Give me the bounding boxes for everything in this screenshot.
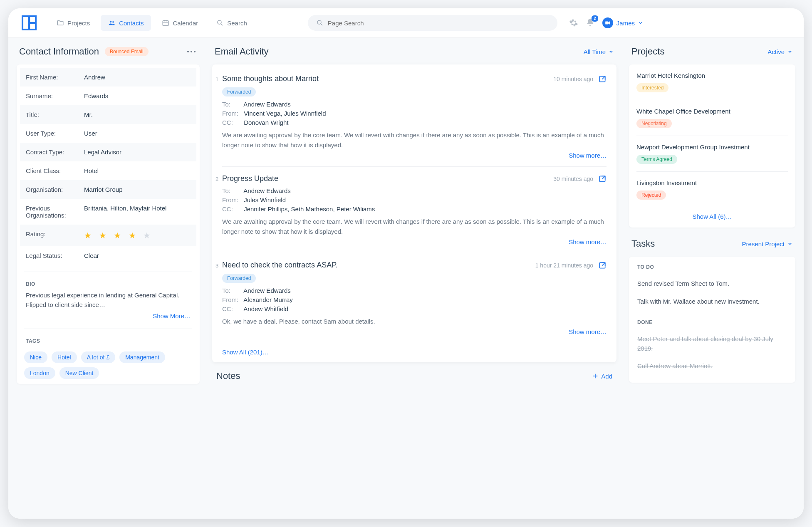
topbar-icons: 2 James xyxy=(569,17,643,28)
tags-section: TAGS xyxy=(20,336,196,350)
bio-show-more[interactable]: Show More… xyxy=(153,312,191,319)
task-item[interactable]: Send revised Term Sheet to Tom. xyxy=(637,275,787,293)
project-status-badge: Terms Agreed xyxy=(636,155,677,164)
email-card: 1 Some thoughts about Marriot 10 minutes… xyxy=(212,64,616,362)
email-filter-dropdown[interactable]: All Time xyxy=(584,48,614,55)
field-surname: Surname:Edwards xyxy=(20,87,196,105)
app-logo[interactable] xyxy=(21,15,37,31)
email-title: Some thoughts about Marriot xyxy=(222,74,319,83)
email-to: Andrew Edwards xyxy=(243,287,290,294)
email-show-more[interactable]: Show more… xyxy=(569,152,607,159)
email-time: 1 hour 21 minutes ago xyxy=(535,262,593,269)
field-organisation: Organisation:Marriot Group xyxy=(20,180,196,199)
svg-line-19 xyxy=(602,262,605,266)
email-to: Andrew Edwards xyxy=(243,101,290,108)
svg-line-12 xyxy=(321,24,322,25)
email-show-all-row: Show All (201)… xyxy=(222,343,607,360)
people-icon xyxy=(108,19,116,27)
chevron-down-icon xyxy=(787,241,793,247)
tag-pill[interactable]: London xyxy=(24,367,55,379)
task-item-done[interactable]: Meet Peter and talk about closing deal b… xyxy=(637,330,787,357)
divider xyxy=(24,329,192,329)
svg-point-4 xyxy=(112,21,114,23)
email-to: Andrew Edwards xyxy=(243,187,290,194)
email-item[interactable]: 2 Progress Update 30 minutes ago To: And… xyxy=(222,167,607,253)
tag-pill[interactable]: Management xyxy=(119,351,165,363)
notes-heading: Notes xyxy=(216,371,240,381)
status-badge-bounced: Bounced Email xyxy=(105,47,149,56)
project-status-badge: Negotiating xyxy=(636,119,672,128)
projects-filter-dropdown[interactable]: Active xyxy=(767,48,793,55)
nav-projects[interactable]: Projects xyxy=(49,15,97,31)
contact-info-table: First Name:Andrew Surname:Edwards Title:… xyxy=(20,68,196,265)
email-title: Progress Update xyxy=(222,174,278,183)
tag-pill[interactable]: A lot of £ xyxy=(81,351,115,363)
task-item-done[interactable]: Call Andrew about Marriott. xyxy=(637,357,787,375)
project-status-badge: Rejected xyxy=(636,191,666,200)
open-external-icon[interactable] xyxy=(598,175,607,183)
tasks-head: Tasks Present Project xyxy=(629,238,795,249)
email-cc: Donovan Wright xyxy=(244,119,288,126)
email-heading: Email Activity xyxy=(215,46,269,57)
nav-calendar[interactable]: Calendar xyxy=(154,15,205,31)
open-external-icon[interactable] xyxy=(598,261,607,270)
page-search-box[interactable] xyxy=(308,15,557,31)
add-note-button[interactable]: Add xyxy=(592,373,612,380)
tag-pill[interactable]: Nice xyxy=(24,351,47,363)
svg-line-10 xyxy=(221,24,223,25)
email-from: Jules Winnfield xyxy=(244,196,286,203)
projects-show-all[interactable]: Show All (6)… xyxy=(692,213,732,220)
email-body: We are awaiting approval by the core tea… xyxy=(222,130,607,150)
open-external-icon[interactable] xyxy=(598,75,607,83)
nav-label: Projects xyxy=(67,20,90,27)
contact-heading: Contact Information xyxy=(19,46,99,57)
notifications-button[interactable]: 2 xyxy=(586,18,595,28)
field-prev-orgs: Previous Organisations:Brittania, Hilton… xyxy=(20,199,196,225)
nav-label: Search xyxy=(227,20,247,27)
tag-pill[interactable]: Hotel xyxy=(52,351,77,363)
email-time: 10 minutes ago xyxy=(553,76,593,82)
tasks-heading: Tasks xyxy=(631,238,655,249)
task-item[interactable]: Talk with Mr. Wallace about new investme… xyxy=(637,293,787,311)
project-name: Marriot Hotel Kensington xyxy=(636,72,788,79)
project-name: Livingston Investment xyxy=(636,179,788,186)
email-show-more[interactable]: Show more… xyxy=(569,238,607,245)
field-client-class: Client Class:Hotel xyxy=(20,161,196,180)
tag-pill[interactable]: New Client xyxy=(59,367,99,379)
email-show-all[interactable]: Show All (201)… xyxy=(222,349,269,356)
email-from: Vincent Vega, Jules Winnfield xyxy=(244,110,326,117)
project-name: Newport Development Group Investment xyxy=(636,144,788,151)
email-cc: Andew Whitfield xyxy=(243,305,288,312)
projects-head: Projects Active xyxy=(629,46,795,57)
tasks-filter-dropdown[interactable]: Present Project xyxy=(742,240,793,247)
user-menu[interactable]: James xyxy=(602,17,643,28)
more-menu-button[interactable] xyxy=(186,49,197,54)
project-item[interactable]: Newport Development Group Investment Ter… xyxy=(636,136,788,172)
nav-label: Calendar xyxy=(173,20,198,27)
email-number: 1 xyxy=(215,76,218,82)
topbar: Projects Contacts Calendar Search 2 xyxy=(8,8,804,38)
email-item[interactable]: 1 Some thoughts about Marriot 10 minutes… xyxy=(222,67,607,167)
nav-search[interactable]: Search xyxy=(209,15,255,31)
nav-contacts[interactable]: Contacts xyxy=(101,15,151,31)
bio-label: BIO xyxy=(26,281,191,287)
svg-point-11 xyxy=(317,20,321,24)
contact-panel: Contact Information Bounced Email First … xyxy=(8,38,208,519)
logo-icon xyxy=(22,15,37,30)
svg-rect-5 xyxy=(163,21,169,26)
projects-heading: Projects xyxy=(631,46,664,57)
gear-icon[interactable] xyxy=(569,18,578,27)
bio-text: Previous legal experience in lending at … xyxy=(26,290,191,310)
project-item[interactable]: White Chapel Office Development Negotiat… xyxy=(636,100,788,136)
email-from: Alexander Murray xyxy=(243,296,292,303)
rating-stars: ★ ★ ★ ★ ★ xyxy=(84,230,191,240)
chevron-down-icon xyxy=(638,20,643,25)
search-icon xyxy=(216,19,224,27)
email-show-more[interactable]: Show more… xyxy=(569,328,607,335)
field-title: Title:Mr. xyxy=(20,105,196,124)
project-item[interactable]: Livingston Investment Rejected xyxy=(636,172,788,207)
email-item[interactable]: 3 Need to check the contracts ASAP. 1 ho… xyxy=(222,253,607,343)
page-search-input[interactable] xyxy=(328,20,549,27)
project-item[interactable]: Marriot Hotel Kensington Interested xyxy=(636,64,788,100)
done-list: Meet Peter and talk about closing deal b… xyxy=(637,330,787,375)
